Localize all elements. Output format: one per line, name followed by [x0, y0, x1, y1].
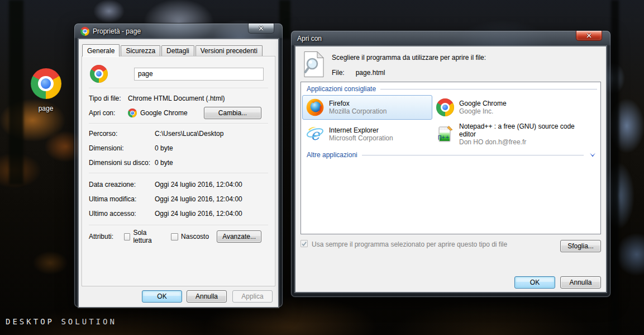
- file-type-label: Tipo di file:: [89, 95, 128, 102]
- app-item-internet-explorer[interactable]: e Internet Explorer Microsoft Corporatio…: [302, 120, 432, 149]
- accessed-label: Ultimo accesso:: [89, 210, 155, 218]
- open-with-titlebar[interactable]: Apri con: [295, 31, 607, 46]
- general-tab-page: Tipo di file: Chrome HTML Document (.htm…: [82, 56, 275, 286]
- open-with-button-row: OK Annulla: [514, 276, 601, 289]
- attributes-row: Attributi: Sola lettura Nascosto Avanzat…: [89, 230, 268, 243]
- readonly-label: Sola lettura: [133, 229, 163, 244]
- dates-group: Data creazione: Oggi 24 luglio 2016, 12:…: [89, 173, 268, 225]
- internet-explorer-icon: e: [306, 125, 324, 143]
- separator: [362, 155, 584, 155]
- apply-button[interactable]: Applica: [232, 290, 273, 303]
- accessed-value: Oggi 24 luglio 2016, 12:04:00: [155, 210, 242, 218]
- open-with-value: Google Chrome: [128, 108, 188, 117]
- properties-tab-strip: Generale Sicurezza Dettagli Versioni pre…: [79, 45, 278, 56]
- app-vendor: Don HO don.h@free.fr: [459, 138, 593, 146]
- app-item-google-chrome[interactable]: Google Chrome Google Inc.: [432, 95, 597, 120]
- created-value: Oggi 24 luglio 2016, 12:04:00: [155, 181, 242, 188]
- always-use-row: Usa sempre il programma selezionato per …: [300, 240, 601, 248]
- tab-generale[interactable]: Generale: [82, 44, 120, 56]
- separator: [380, 89, 597, 89]
- hidden-label: Nascosto: [181, 233, 209, 240]
- cancel-button[interactable]: Annulla: [560, 276, 601, 289]
- app-name: Firefox: [329, 100, 387, 107]
- x-glyph: [586, 33, 592, 38]
- desktop-background: page DESKTOP SOLUTION Proprietà - page G…: [0, 0, 644, 335]
- separator: [89, 225, 268, 225]
- advanced-button[interactable]: Avanzate...: [217, 230, 261, 243]
- ok-button[interactable]: OK: [514, 276, 555, 289]
- tree-trunk: [611, 0, 619, 335]
- size-on-disk-label: Dimensioni su disco:: [89, 159, 155, 167]
- file-name-input[interactable]: [134, 68, 264, 81]
- chrome-icon: [128, 108, 137, 117]
- chrome-icon: [80, 27, 89, 36]
- path-label: Percorso:: [89, 130, 155, 138]
- file-name-row: [89, 64, 268, 83]
- properties-button-row: OK Annulla Applica: [79, 286, 278, 303]
- browse-button[interactable]: Sfoglia...: [560, 240, 601, 252]
- open-with-title: Apri con: [297, 35, 322, 43]
- location-group: Percorso: C:\Users\Luca\Desktop Dimensio…: [89, 124, 268, 173]
- recommended-group-label: Applicazioni consigliate: [307, 85, 376, 93]
- chrome-icon: [436, 98, 454, 116]
- change-button[interactable]: Cambia...: [204, 107, 261, 119]
- chevron-down-icon[interactable]: [589, 153, 596, 157]
- chrome-icon: [31, 68, 61, 99]
- check-icon: [301, 241, 307, 247]
- properties-client-area: Generale Sicurezza Dettagli Versioni pre…: [78, 39, 279, 308]
- size-on-disk-value: 0 byte: [155, 159, 173, 167]
- modified-value: Oggi 24 luglio 2016, 12:04:00: [155, 195, 242, 203]
- recommended-apps-grid: Firefox Mozilla Corporation Google Chrom…: [302, 94, 597, 150]
- app-vendor: Google Inc.: [459, 107, 507, 115]
- tab-versioni-precedenti[interactable]: Versioni precedenti: [195, 45, 263, 56]
- ok-button[interactable]: OK: [142, 290, 182, 303]
- firefox-icon: [306, 98, 324, 116]
- app-vendor: Microsoft Corporation: [329, 134, 393, 142]
- file-value: page.html: [356, 69, 385, 77]
- app-vendor: Mozilla Corporation: [329, 107, 387, 115]
- open-with-client-area: Scegliere il programma da utilizzare per…: [295, 46, 607, 292]
- open-with-header: Scegliere il programma da utilizzare per…: [300, 51, 601, 78]
- readonly-checkbox[interactable]: [124, 233, 131, 240]
- app-name: Internet Explorer: [329, 126, 393, 134]
- recommended-group-header: Applicazioni consigliate: [302, 84, 597, 94]
- properties-title: Proprietà - page: [93, 27, 141, 35]
- created-label: Data creazione:: [89, 181, 155, 188]
- search-document-icon: [303, 51, 325, 78]
- notepad-plus-plus-icon: ∏++: [436, 125, 454, 143]
- watermark: DESKTOP SOLUTION: [6, 317, 117, 326]
- open-with-app-name: Google Chrome: [140, 109, 188, 117]
- properties-window: Proprietà - page Generale Sicurezza Dett…: [74, 23, 283, 307]
- app-name: Google Chrome: [459, 100, 507, 107]
- size-label: Dimensioni:: [89, 144, 155, 152]
- file-type-icon: [90, 65, 108, 83]
- properties-titlebar[interactable]: Proprietà - page: [78, 23, 279, 39]
- close-icon[interactable]: [576, 31, 602, 41]
- modified-label: Ultima modifica:: [89, 195, 155, 203]
- open-with-label: Apri con:: [89, 109, 128, 117]
- other-applications-header[interactable]: Altre applicazioni: [302, 150, 597, 160]
- open-with-prompt: Scegliere il programma da utilizzare per…: [332, 54, 486, 62]
- app-name: Notepad++ : a free (GNU) source code edi…: [459, 122, 593, 138]
- always-use-checkbox[interactable]: [300, 240, 308, 247]
- size-value: 0 byte: [155, 144, 173, 152]
- cancel-button[interactable]: Annulla: [187, 290, 227, 303]
- always-use-label: Usa sempre il programma selezionato per …: [312, 240, 507, 248]
- hidden-checkbox[interactable]: [171, 233, 178, 240]
- desktop-icon-page[interactable]: page: [19, 68, 73, 112]
- close-icon[interactable]: [248, 23, 274, 34]
- tab-sicurezza[interactable]: Sicurezza: [121, 45, 160, 56]
- x-glyph: [258, 26, 264, 31]
- path-value: C:\Users\Luca\Desktop: [155, 130, 223, 138]
- app-item-firefox[interactable]: Firefox Mozilla Corporation: [302, 95, 432, 120]
- application-list: Applicazioni consigliate: [300, 82, 601, 234]
- tab-dettagli[interactable]: Dettagli: [161, 45, 194, 56]
- type-group: Tipo di file: Chrome HTML Document (.htm…: [89, 88, 268, 123]
- file-label: File:: [332, 69, 345, 77]
- app-item-notepad-plus-plus[interactable]: ∏++ Notepad++ : a free (GNU) source code…: [432, 120, 597, 149]
- file-type-value: Chrome HTML Document (.html): [128, 95, 225, 102]
- other-applications-label: Altre applicazioni: [307, 151, 357, 159]
- attributes-label: Attributi:: [89, 233, 124, 240]
- desktop-icon-label: page: [19, 105, 73, 112]
- open-with-window: Apri con Scegliere il programma da u: [291, 31, 610, 297]
